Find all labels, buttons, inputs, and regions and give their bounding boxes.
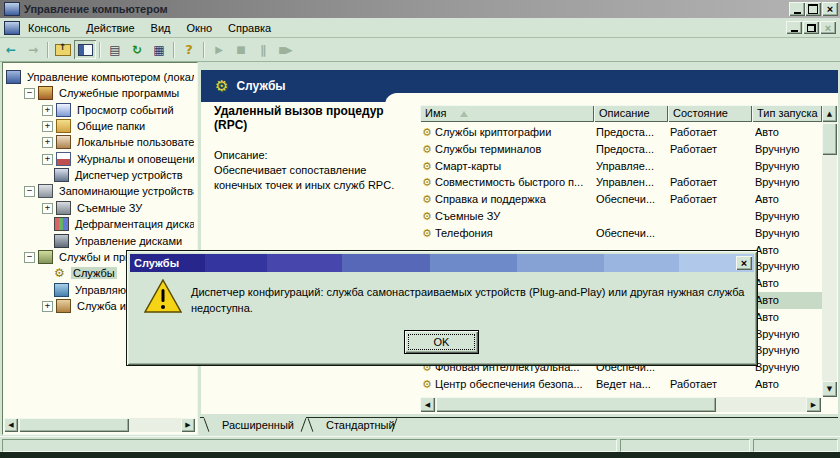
- tree-item[interactable]: Диспетчер устройств: [42, 167, 185, 183]
- service-name: Совместимость быстрого п...: [435, 174, 593, 191]
- menu-3[interactable]: Окно: [179, 20, 221, 36]
- status-panel: [753, 439, 838, 452]
- tree-item[interactable]: Управление компьютером (локаль: [6, 69, 194, 85]
- column-header-1[interactable]: Описание: [594, 105, 668, 122]
- expand-icon[interactable]: +: [42, 301, 53, 312]
- list-vscroll-down-button[interactable]: ▼: [822, 381, 837, 397]
- pause-service-button[interactable]: ∥: [252, 40, 274, 59]
- tree-item-label[interactable]: Запоминающие устройства: [57, 185, 194, 197]
- menu-0[interactable]: Консоль: [20, 20, 78, 36]
- tree-item-label[interactable]: Просмотр событий: [75, 104, 176, 116]
- tree-item[interactable]: Управление дисками: [42, 233, 184, 249]
- service-row[interactable]: ⚙Центр обеспечения безопа...Ведет на...Р…: [420, 376, 822, 393]
- tree-hscroll-left-button[interactable]: ◀: [4, 418, 18, 432]
- service-row[interactable]: ⚙Совместимость быстрого п...Управлен...Р…: [420, 174, 822, 191]
- properties-button[interactable]: ▤: [104, 40, 126, 59]
- tree-item-label[interactable]: Диспетчер устройств: [73, 169, 185, 181]
- tree-item[interactable]: +Просмотр событий: [42, 102, 176, 118]
- service-startup-type: Авто: [755, 376, 819, 393]
- service-name: Службы терминалов: [435, 141, 593, 158]
- collapse-icon[interactable]: −: [24, 186, 35, 197]
- service-row[interactable]: ⚙Справка и поддержкаОбеспечи...РаботаетА…: [420, 191, 822, 208]
- tree-item-label[interactable]: Локальные пользователи и: [75, 136, 194, 148]
- service-gear-icon: ⚙: [422, 160, 432, 173]
- tree-item-label[interactable]: Журналы и оповещения пр: [75, 153, 194, 165]
- device-manager-icon: [54, 168, 69, 182]
- list-vscroll-track[interactable]: [822, 122, 837, 381]
- tree-item[interactable]: +Журналы и оповещения пр: [42, 151, 194, 167]
- service-startup-type: Авто: [755, 275, 819, 292]
- dialog-close-button[interactable]: ×: [736, 256, 752, 270]
- maximize-button[interactable]: [805, 2, 821, 16]
- tree-hscroll-thumb[interactable]: [19, 418, 129, 432]
- service-row[interactable]: ⚙Службы терминаловПредоста...РаботаетВру…: [420, 141, 822, 158]
- tree-item[interactable]: +Общие папки: [42, 118, 147, 134]
- tree-hscroll-right-button[interactable]: ▶: [181, 418, 195, 432]
- minimize-button[interactable]: [789, 2, 805, 16]
- service-startup-type: Вручную: [755, 225, 819, 242]
- expand-icon[interactable]: +: [42, 137, 53, 148]
- help-button[interactable]: ?: [178, 40, 200, 59]
- menu-4[interactable]: Справка: [220, 20, 279, 36]
- child-minimize-button[interactable]: [786, 21, 802, 34]
- main-titlebar[interactable]: Управление компьютером: [0, 0, 840, 18]
- tree-item[interactable]: −Запоминающие устройства: [24, 183, 194, 199]
- service-row[interactable]: ⚙Смарт-картыУправляе...Вручную: [420, 158, 822, 175]
- list-vscroll-up-button[interactable]: ▲: [822, 105, 837, 122]
- service-row[interactable]: ⚙Службы криптографииПредоста...РаботаетА…: [420, 124, 822, 141]
- tree-item-label[interactable]: Дефрагментация диска: [73, 218, 194, 230]
- back-button[interactable]: ←: [0, 40, 22, 59]
- tree-item-label[interactable]: Общие папки: [75, 120, 147, 132]
- list-hscroll-left-button[interactable]: ◀: [420, 397, 435, 412]
- export-list-button[interactable]: ▦: [148, 40, 170, 59]
- tree-item-label[interactable]: Управление дисками: [73, 235, 184, 247]
- console-window-icon[interactable]: [4, 21, 20, 35]
- tab-standard[interactable]: Стандартный: [326, 419, 395, 431]
- refresh-button[interactable]: ↻: [126, 40, 148, 59]
- service-description-line1: Обеспечивает сопоставление: [214, 163, 404, 178]
- tree-item[interactable]: +Локальные пользователи и: [42, 134, 194, 150]
- expand-icon[interactable]: +: [42, 203, 53, 214]
- tree-item[interactable]: ⚙Службы: [42, 265, 117, 281]
- column-header-3[interactable]: Тип запуска: [752, 105, 822, 122]
- tree-item[interactable]: −Службы и прил: [24, 249, 140, 265]
- tree-item[interactable]: Управляющ: [42, 282, 137, 298]
- tree-item-label[interactable]: Управление компьютером (локаль: [25, 71, 194, 83]
- restart-service-button[interactable]: ■▶: [274, 40, 296, 59]
- dialog-close-icon: ×: [741, 257, 747, 269]
- tree-item-label[interactable]: Съемные ЗУ: [75, 202, 144, 214]
- tree-item[interactable]: +Съемные ЗУ: [42, 200, 144, 216]
- tree-item-label[interactable]: Служебные программы: [57, 87, 181, 99]
- perf-logs-icon: [56, 152, 71, 166]
- menu-1[interactable]: Действие: [78, 20, 142, 36]
- expand-icon[interactable]: +: [42, 121, 53, 132]
- child-close-button[interactable]: ×: [820, 21, 836, 34]
- tab-extended[interactable]: Расширенный: [222, 419, 294, 431]
- service-row[interactable]: ⚙ТелефонияОбеспечи...Вручную: [420, 225, 822, 242]
- tree-item[interactable]: −Служебные программы: [24, 85, 181, 101]
- stop-service-button[interactable]: ■: [230, 40, 252, 59]
- dialog-message-line2: недоступна.: [191, 300, 744, 316]
- child-restore-button[interactable]: [803, 21, 819, 34]
- expand-icon[interactable]: +: [42, 154, 53, 165]
- menu-2[interactable]: Вид: [143, 20, 179, 36]
- list-vscroll-thumb[interactable]: [822, 123, 837, 155]
- expand-icon[interactable]: +: [42, 105, 53, 116]
- show-hide-tree-button[interactable]: [74, 40, 96, 59]
- ok-button[interactable]: OK: [404, 330, 479, 354]
- computer-management-window: Управление компьютером × КонсольДействие…: [0, 0, 840, 458]
- close-button[interactable]: ×: [822, 2, 838, 16]
- tree-item-label[interactable]: Службы: [71, 267, 117, 279]
- collapse-icon[interactable]: −: [24, 252, 35, 263]
- column-header-0[interactable]: Имя: [420, 105, 594, 122]
- up-one-level-button[interactable]: [52, 40, 74, 59]
- dialog-titlebar[interactable]: Службы ×: [130, 254, 754, 272]
- forward-button[interactable]: →: [22, 40, 44, 59]
- start-service-button[interactable]: ▶: [208, 40, 230, 59]
- collapse-icon[interactable]: −: [24, 88, 35, 99]
- list-hscroll-right-button[interactable]: ▶: [806, 397, 821, 412]
- tree-item[interactable]: Дефрагментация диска: [42, 216, 194, 232]
- column-header-2[interactable]: Состояние: [668, 105, 752, 122]
- service-row[interactable]: ⚙Съемные ЗУВручную: [420, 208, 822, 225]
- list-hscroll-thumb[interactable]: [436, 397, 716, 412]
